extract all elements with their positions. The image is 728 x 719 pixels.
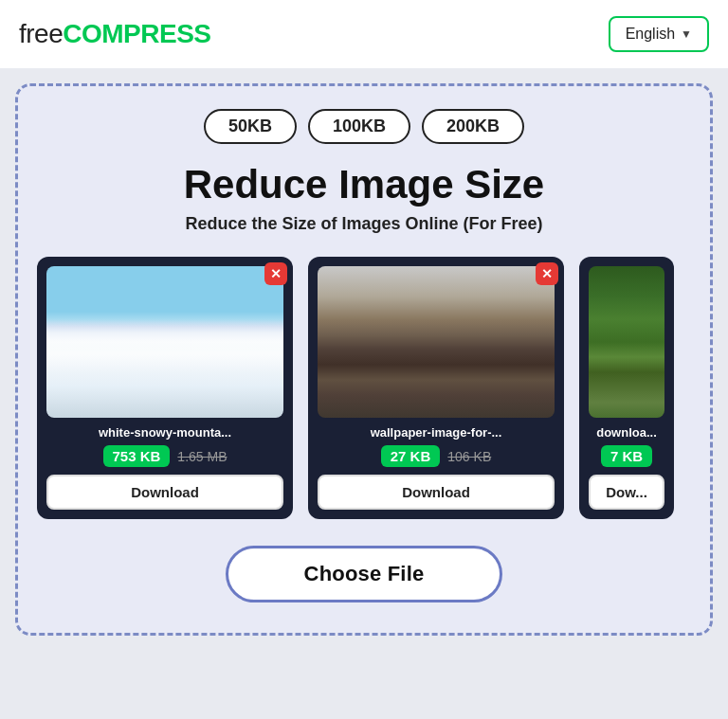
filename-1: white-snowy-mounta... xyxy=(46,425,283,440)
size-pill-50kb[interactable]: 50KB xyxy=(204,109,297,144)
download-button-3[interactable]: Dow... xyxy=(589,475,664,510)
size-compressed-3: 7 KB xyxy=(601,445,652,467)
logo-free: free xyxy=(19,19,63,48)
image-cards-row: ✕ white-snowy-mounta... 753 KB 1.65 MB D… xyxy=(37,257,691,519)
download-button-2[interactable]: Download xyxy=(318,475,555,510)
size-compressed-1: 753 KB xyxy=(103,445,171,467)
thumbnail-3 xyxy=(589,266,664,418)
page-title: Reduce Image Size xyxy=(184,163,544,207)
close-button-2[interactable]: ✕ xyxy=(536,262,558,285)
size-pill-100kb[interactable]: 100KB xyxy=(308,109,410,144)
size-original-2: 106 KB xyxy=(447,449,491,464)
thumbnail-2 xyxy=(318,266,555,418)
upload-container: 50KB 100KB 200KB Reduce Image Size Reduc… xyxy=(15,83,713,636)
card-sizes-3: 7 KB xyxy=(601,445,652,467)
header: freeCOMPRESS English ▼ xyxy=(0,0,728,68)
image-card-3: downloa... 7 KB Dow... xyxy=(579,257,674,519)
size-original-1: 1.65 MB xyxy=(177,449,227,464)
size-pills-row: 50KB 100KB 200KB xyxy=(204,109,524,144)
download-button-1[interactable]: Download xyxy=(46,475,283,510)
image-card-2: ✕ wallpaper-image-for-... 27 KB 106 KB D… xyxy=(308,257,564,519)
main-content: 50KB 100KB 200KB Reduce Image Size Reduc… xyxy=(0,68,728,719)
close-button-1[interactable]: ✕ xyxy=(264,262,287,285)
card-sizes-1: 753 KB 1.65 MB xyxy=(103,445,228,467)
choose-file-button[interactable]: Choose File xyxy=(226,546,503,602)
logo: freeCOMPRESS xyxy=(19,19,211,49)
language-label: English xyxy=(626,26,675,43)
card-sizes-2: 27 KB 106 KB xyxy=(381,445,491,467)
page-subtitle: Reduce the Size of Images Online (For Fr… xyxy=(185,214,542,234)
image-card-1: ✕ white-snowy-mounta... 753 KB 1.65 MB D… xyxy=(37,257,293,519)
size-compressed-2: 27 KB xyxy=(381,445,441,467)
filename-3: downloa... xyxy=(589,425,664,440)
size-pill-200kb[interactable]: 200KB xyxy=(422,109,524,144)
thumbnail-1 xyxy=(46,266,283,418)
language-button[interactable]: English ▼ xyxy=(609,16,709,52)
logo-compress: COMPRESS xyxy=(63,19,210,48)
filename-2: wallpaper-image-for-... xyxy=(318,425,555,440)
chevron-down-icon: ▼ xyxy=(681,27,692,41)
